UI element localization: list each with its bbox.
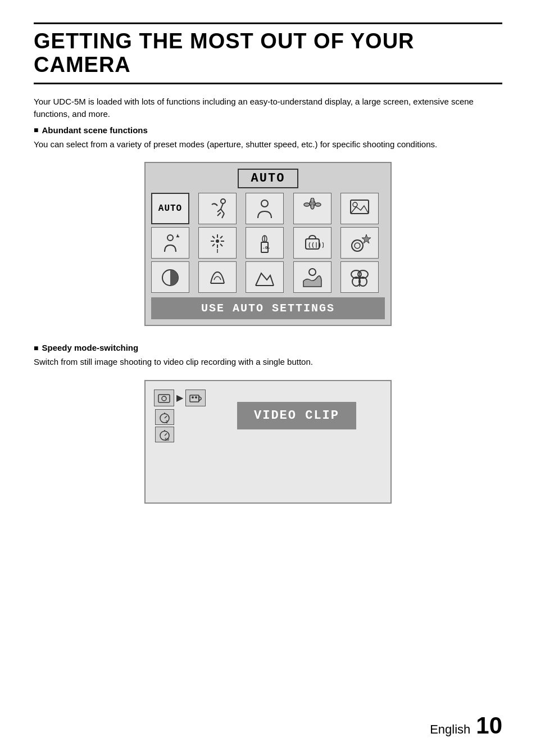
section2-heading: Speedy mode-switching xyxy=(34,343,502,352)
svg-point-35 xyxy=(355,243,360,248)
intro-text: Your UDC-5M is loaded with lots of funct… xyxy=(34,96,502,121)
svg-rect-45 xyxy=(158,395,170,402)
special-icon-cell xyxy=(340,227,379,259)
section1-heading: Abundant scene functions xyxy=(34,125,502,135)
landscape-icon-cell xyxy=(293,193,331,224)
sport-icon-cell xyxy=(198,193,237,224)
svg-line-2 xyxy=(217,209,221,212)
video-arrow: ▶ xyxy=(176,392,183,403)
language-label: English xyxy=(430,722,470,737)
timer2-row: 2 xyxy=(155,409,206,425)
svg-line-22 xyxy=(212,236,215,238)
svg-rect-47 xyxy=(190,395,199,402)
svg-line-57 xyxy=(165,433,167,436)
svg-line-5 xyxy=(217,212,221,216)
svg-marker-16 xyxy=(176,234,180,238)
svg-point-15 xyxy=(167,235,173,241)
fireworks-icon-cell xyxy=(198,227,237,259)
panorama-icon-cell xyxy=(246,261,284,293)
antishake-icon-cell: ((|)) xyxy=(293,227,331,259)
candle-icon-cell: -0- xyxy=(246,227,284,259)
use-auto-bar: USE AUTO SETTINGS xyxy=(151,297,385,319)
page-number: 10 xyxy=(476,712,502,739)
sketch-icon-cell xyxy=(198,261,237,293)
scene-icon-grid: AUTO xyxy=(151,193,385,293)
timer10-row: 10 xyxy=(155,427,206,442)
svg-line-25 xyxy=(212,244,215,246)
auto-scene-panel: AUTO AUTO xyxy=(144,162,392,326)
auto-title-box: AUTO xyxy=(238,169,299,188)
svg-point-39 xyxy=(309,269,316,275)
svg-point-9 xyxy=(315,203,321,206)
auto-icon-cell: AUTO xyxy=(151,193,189,224)
svg-rect-13 xyxy=(351,200,369,214)
svg-point-46 xyxy=(162,396,166,401)
svg-point-8 xyxy=(304,203,310,206)
sepia-icon-cell xyxy=(293,261,331,293)
auto-title-bar: AUTO xyxy=(151,169,385,188)
svg-text:10: 10 xyxy=(165,437,169,441)
timer2-icon: 2 xyxy=(155,409,174,425)
bw-icon-cell xyxy=(151,261,189,293)
video-clip-bar: VIDEO CLIP xyxy=(237,402,356,429)
svg-point-14 xyxy=(353,202,357,207)
mode-icons-row: ▶ xyxy=(154,390,382,442)
svg-text:2: 2 xyxy=(166,420,168,423)
page-footer: English 10 xyxy=(430,712,502,739)
svg-marker-33 xyxy=(362,234,371,243)
still-mode-icon xyxy=(154,390,174,406)
svg-point-49 xyxy=(192,396,194,399)
svg-point-17 xyxy=(216,239,219,243)
night-portrait-icon-cell xyxy=(151,227,189,259)
svg-line-4 xyxy=(222,214,224,218)
svg-point-50 xyxy=(195,396,197,399)
macro-icon-cell xyxy=(340,261,379,293)
svg-line-1 xyxy=(221,203,223,209)
svg-line-23 xyxy=(220,244,222,246)
svg-line-53 xyxy=(165,416,167,418)
section2-text: Switch from still image shooting to vide… xyxy=(34,356,502,369)
svg-point-34 xyxy=(352,240,363,251)
scenery-icon-cell xyxy=(340,193,379,224)
portrait-icon-cell xyxy=(246,193,284,224)
svg-line-3 xyxy=(221,209,224,214)
timer10-icon: 10 xyxy=(155,427,174,442)
video-mode-icon xyxy=(185,390,206,406)
svg-point-0 xyxy=(221,199,225,203)
svg-line-24 xyxy=(220,236,222,238)
section1-text: You can select from a variety of preset … xyxy=(34,138,502,151)
svg-text:((|)): ((|)) xyxy=(308,242,324,248)
video-clip-panel: ▶ xyxy=(144,380,392,504)
page-title: GETTING THE MOST OUT OF YOUR CAMERA xyxy=(34,22,502,84)
svg-text:-0-: -0- xyxy=(262,245,270,250)
svg-point-6 xyxy=(261,200,268,207)
svg-point-12 xyxy=(311,202,314,205)
svg-marker-48 xyxy=(199,396,201,401)
